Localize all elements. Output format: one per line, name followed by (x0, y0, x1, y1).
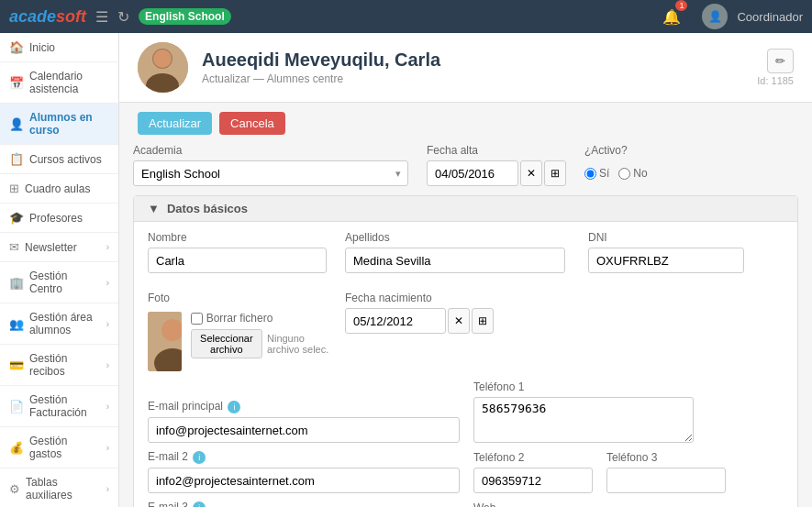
sidebar-item-label: Calendario asistencia (29, 70, 109, 95)
dni-input[interactable] (588, 248, 744, 273)
student-name: Aueeqidi Meveyuqilu, Carla (202, 50, 743, 71)
file-name: Ninguno archivo selec. (267, 333, 331, 355)
prof-icon: 🎓 (9, 211, 24, 225)
activo-no-radio[interactable] (618, 168, 630, 180)
sidebar-item-gestion-area[interactable]: 👥 Gestión área alumnos › (0, 303, 118, 345)
student-avatar (138, 42, 188, 93)
apellidos-input[interactable] (345, 248, 565, 273)
email1-input[interactable] (148, 417, 460, 443)
sidebar-item-label: Gestión Centro (29, 270, 101, 295)
telefono2-group: Teléfono 2 (473, 451, 593, 493)
contact-row-2: E-mail 2 i Teléfono 2 Teléfono 3 (148, 450, 784, 493)
activo-radio-group: Sí No (584, 160, 648, 186)
nombre-label: Nombre (148, 231, 331, 244)
nombre-input[interactable] (148, 248, 327, 273)
sidebar-item-alumnos[interactable]: 👤 Alumnos en curso (0, 104, 118, 145)
sidebar-item-label: Gestión gastos (29, 435, 101, 460)
fecha-nacimiento-group: Fecha nacimiento ✕ ⊞ (345, 292, 784, 371)
web-label: Web (473, 501, 784, 507)
sidebar-item-label: Gestión área alumnos (29, 311, 101, 336)
home-icon: 🏠 (9, 40, 24, 54)
email2-label: E-mail 2 i (148, 450, 460, 464)
school-badge[interactable]: English School (139, 8, 231, 25)
telefono3-input[interactable] (606, 468, 726, 493)
chevron-right-icon: › (106, 402, 109, 412)
seleccionar-archivo-button[interactable]: Seleccionar archivo (191, 329, 262, 358)
money-icon: 💰 (9, 441, 24, 455)
activo-si-label[interactable]: Sí (584, 167, 609, 180)
refresh-icon[interactable]: ↻ (117, 8, 129, 26)
foto-controls: Borrar fichero Seleccionar archivo Ningu… (191, 312, 331, 358)
main-content: Aueeqidi Meveyuqilu, Carla Actualizar — … (119, 33, 812, 507)
sidebar-item-calendario[interactable]: 📅 Calendario asistencia (0, 62, 118, 104)
telefono2-label: Teléfono 2 (473, 451, 593, 464)
collapse-icon[interactable]: ▼ (148, 202, 160, 215)
foto-group: Foto Borrar fichero (148, 292, 331, 371)
activo-si-radio[interactable] (584, 168, 596, 180)
fecha-alta-group: Fecha alta ✕ ⊞ (427, 144, 566, 186)
sidebar-item-profesores[interactable]: 🎓 Profesores (0, 204, 118, 233)
sidebar-item-newsletter[interactable]: ✉ Newsletter › (0, 233, 118, 262)
email1-info-icon[interactable]: i (228, 401, 240, 413)
email3-info-icon[interactable]: i (193, 501, 206, 507)
email2-info-icon[interactable]: i (193, 451, 206, 464)
web-group: Web (473, 501, 784, 507)
borrar-fichero-checkbox[interactable] (191, 313, 203, 325)
sidebar-item-gestion-gastos[interactable]: 💰 Gestión gastos › (0, 427, 118, 468)
sidebar-item-label: Gestión Facturación (29, 393, 101, 419)
sidebar-item-cursos[interactable]: 📋 Cursos activos (0, 145, 118, 174)
fecha-nac-calendar-button[interactable]: ⊞ (472, 308, 494, 334)
sidebar-item-label: Cuadro aulas (25, 182, 90, 195)
student-id: Id: 1185 (757, 75, 794, 86)
contact-row-1: E-mail principal i Teléfono 1 586579636 (148, 380, 784, 443)
nav-right: 🔔1 👤 Coordinador (662, 4, 803, 29)
foto-fecha-row: Foto Borrar fichero (134, 282, 797, 380)
edit-button[interactable]: ✏ (767, 49, 794, 73)
sidebar-item-gestion-fact[interactable]: 📄 Gestión Facturación › (0, 386, 118, 427)
sidebar-item-gestion-centro[interactable]: 🏢 Gestión Centro › (0, 262, 118, 303)
actualizar-button[interactable]: Actualizar (138, 112, 212, 135)
student-breadcrumb: Actualizar — Alumnes centre (202, 72, 743, 85)
fecha-alta-label: Fecha alta (427, 144, 566, 157)
section-title: Datos básicos (167, 202, 248, 215)
student-info: Aueeqidi Meveyuqilu, Carla Actualizar — … (202, 50, 743, 85)
fecha-calendar-button[interactable]: ⊞ (544, 160, 566, 186)
email1-label: E-mail principal i (148, 400, 460, 413)
calendar-icon: 📅 (9, 76, 24, 90)
fecha-alta-input[interactable] (427, 160, 518, 186)
borrar-fichero-label[interactable]: Borrar fichero (191, 312, 331, 325)
sidebar-item-tablas[interactable]: ⚙ Tablas auxiliares › (0, 468, 118, 507)
sidebar-item-label: Alumnos en curso (29, 111, 109, 137)
chevron-right-icon: › (106, 443, 109, 453)
apellidos-label: Apellidos (345, 231, 574, 244)
building-icon: 🏢 (9, 276, 24, 290)
grid-icon: ⊞ (9, 182, 19, 195)
bell-badge: 1 (675, 0, 687, 11)
contact-row-3: E-mail 3 i Web (148, 501, 784, 507)
bell-icon[interactable]: 🔔1 (662, 8, 693, 26)
menu-icon[interactable]: ☰ (95, 8, 108, 26)
activo-no-label[interactable]: No (618, 167, 647, 180)
svg-point-3 (153, 50, 172, 68)
email1-group: E-mail principal i (148, 400, 460, 443)
academia-select[interactable]: English School (133, 160, 408, 186)
mail-icon: ✉ (9, 240, 19, 254)
avatar: 👤 (702, 4, 728, 29)
fecha-clear-button[interactable]: ✕ (520, 160, 542, 186)
email2-input[interactable] (148, 468, 460, 493)
fecha-nac-clear-button[interactable]: ✕ (448, 308, 470, 334)
datos-section-header: ▼ Datos básicos (134, 196, 797, 222)
fecha-nac-input[interactable] (345, 308, 446, 334)
sidebar-item-inicio[interactable]: 🏠 Inicio (0, 33, 118, 62)
cancela-button[interactable]: Cancela (219, 112, 285, 135)
sidebar-item-gestion-recibos[interactable]: 💳 Gestión recibos › (0, 345, 118, 386)
academia-group: Academia English School (133, 144, 408, 186)
foto-container: Borrar fichero Seleccionar archivo Ningu… (148, 308, 331, 371)
sidebar-item-label: Inicio (29, 41, 55, 54)
telefono1-input[interactable]: 586579636 (473, 397, 694, 443)
telefono3-label: Teléfono 3 (606, 451, 726, 464)
telefono3-group: Teléfono 3 (606, 451, 726, 493)
telefono2-input[interactable] (473, 468, 593, 493)
user-icon: 👤 (9, 117, 24, 131)
sidebar-item-cuadro[interactable]: ⊞ Cuadro aulas (0, 174, 118, 204)
